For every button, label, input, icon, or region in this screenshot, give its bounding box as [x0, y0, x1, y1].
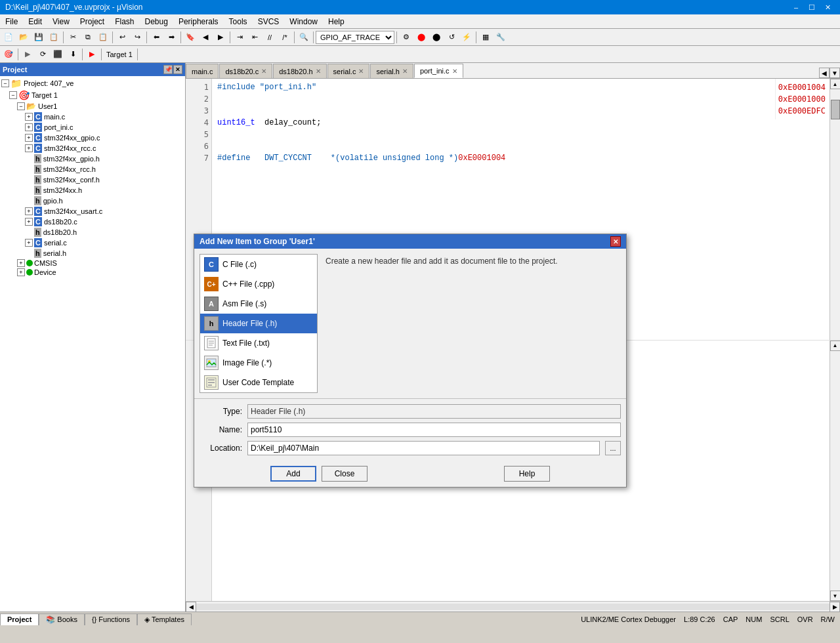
redo-button[interactable]: ↪	[130, 30, 144, 45]
tree-ds18-c[interactable]: + C ds18b20.c	[1, 217, 184, 227]
menu-debug[interactable]: Debug	[140, 14, 173, 28]
indent-button[interactable]: ⇥	[232, 30, 247, 45]
expand-rcc-c[interactable]: +	[25, 144, 33, 152]
scroll-thumb[interactable]	[831, 100, 840, 119]
undo-button[interactable]: ↩	[115, 30, 129, 45]
tab-ds18b20-h[interactable]: ds18b20.h ✕	[273, 64, 326, 78]
expand-user1[interactable]: −	[17, 102, 25, 110]
cut-button[interactable]: ✂	[66, 30, 80, 45]
list-item-asm[interactable]: A Asm File (.s)	[200, 294, 317, 314]
tree-gpio-h[interactable]: h stm32f4xx_gpio.h	[1, 154, 184, 164]
paste-button[interactable]: 📋	[96, 30, 110, 45]
gpio-combo[interactable]: GPIO_AF_TRACE	[316, 31, 394, 44]
rebuild-button[interactable]: ⟳	[35, 47, 50, 62]
expand-ds18-c[interactable]: +	[25, 218, 33, 226]
status-tab-functions[interactable]: {} Functions	[85, 613, 137, 625]
window-btn[interactable]: ▦	[478, 30, 493, 45]
tree-cmsis[interactable]: + CMSIS	[1, 259, 184, 268]
next-bookmark-button[interactable]: ▶	[213, 30, 228, 45]
close-button[interactable]: ✕	[820, 1, 835, 13]
uncomment-button[interactable]: /*	[278, 30, 292, 45]
tree-target1[interactable]: − 🎯 Target 1	[1, 89, 184, 101]
modal-add-button[interactable]: Add	[270, 466, 316, 482]
expand-device[interactable]: +	[17, 268, 25, 276]
unindent-button[interactable]: ⇤	[247, 30, 262, 45]
run-button[interactable]: ⬤	[414, 30, 429, 45]
menu-edit[interactable]: Edit	[23, 14, 47, 28]
tree-serial-h[interactable]: h serial.h	[1, 248, 184, 259]
tree-rcc-c[interactable]: + C stm32f4xx_rcc.c	[1, 143, 184, 154]
status-tab-books[interactable]: 📚 Books	[39, 613, 85, 625]
scrollbar-right-bottom[interactable]: ▲ ▼	[830, 341, 840, 602]
prev-bookmark-button[interactable]: ◀	[198, 30, 213, 45]
download-button[interactable]: ⬇	[66, 47, 80, 62]
power-button[interactable]: ⚡	[459, 30, 474, 45]
tab-main-c[interactable]: main.c	[186, 64, 219, 78]
tab-ds18b20-c-close[interactable]: ✕	[261, 68, 266, 75]
stop-build-button[interactable]: ⬛	[51, 47, 65, 62]
comment-button[interactable]: //	[262, 30, 277, 45]
menu-svcs[interactable]: SVCS	[253, 14, 285, 28]
tab-serial-h[interactable]: serial.h ✕	[370, 64, 413, 78]
nav-back-button[interactable]: ⬅	[149, 30, 163, 45]
settings-button[interactable]: 🔧	[494, 30, 508, 45]
menu-project[interactable]: Project	[75, 14, 110, 28]
menu-help[interactable]: Help	[323, 14, 350, 28]
modal-help-button[interactable]: Help	[504, 466, 550, 482]
scroll-right-btn[interactable]: ▶	[830, 602, 840, 612]
status-tab-templates[interactable]: ◈ Templates	[137, 613, 192, 625]
status-tab-project[interactable]: Project	[0, 613, 39, 625]
modal-close-button[interactable]: ✕	[610, 236, 621, 247]
list-item-h[interactable]: h Header File (.h)	[200, 314, 317, 333]
tree-conf-h[interactable]: h stm32f4xx_conf.h	[1, 175, 184, 185]
sidebar-pin-button[interactable]: 📌	[163, 65, 173, 74]
menu-view[interactable]: View	[47, 14, 75, 28]
modal-close-btn[interactable]: Close	[322, 466, 368, 482]
expand-port-ini[interactable]: +	[25, 123, 33, 131]
tab-port-ini-c-close[interactable]: ✕	[452, 68, 457, 75]
scroll-down-2[interactable]: ▼	[830, 591, 841, 601]
menu-flash[interactable]: Flash	[110, 14, 139, 28]
menu-peripherals[interactable]: Peripherals	[173, 14, 224, 28]
expand-main-c[interactable]: +	[25, 113, 33, 121]
debug-start-button[interactable]: ▶	[85, 47, 99, 62]
reset-button[interactable]: ↺	[444, 30, 459, 45]
tab-nav-left[interactable]: ◀	[819, 68, 830, 78]
scroll-left-btn[interactable]: ◀	[186, 602, 196, 612]
tree-project-root[interactable]: − 📁 Project: 407_ve	[1, 77, 184, 89]
scrollbar-right-top[interactable]: ▲	[830, 79, 840, 340]
list-item-cpp[interactable]: C+ C++ File (.cpp)	[200, 274, 317, 294]
tab-serial-c[interactable]: serial.c ✕	[327, 64, 370, 78]
tree-gpio-h2[interactable]: h gpio.h	[1, 196, 184, 206]
tree-user1[interactable]: − 📂 User1	[1, 101, 184, 112]
type-input[interactable]	[247, 404, 621, 419]
scroll-up[interactable]: ▲	[830, 79, 841, 89]
browse-button[interactable]: ...	[605, 441, 621, 455]
menu-file[interactable]: File	[0, 14, 23, 28]
name-input[interactable]	[247, 423, 621, 437]
bookmark-button[interactable]: 🔖	[183, 30, 198, 45]
tab-ds18b20-h-close[interactable]: ✕	[316, 68, 321, 75]
target-settings-button[interactable]: 🎯	[1, 47, 16, 62]
tree-main-c[interactable]: + C main.c	[1, 112, 184, 122]
list-item-c[interactable]: C C File (.c)	[200, 255, 317, 274]
list-item-txt[interactable]: Text File (.txt)	[200, 333, 317, 353]
find-button[interactable]: 🔍	[297, 30, 311, 45]
save-all-button[interactable]: 📋	[47, 30, 61, 45]
tree-port-ini-c[interactable]: + C port_ini.c	[1, 122, 184, 133]
maximize-button[interactable]: ☐	[805, 1, 819, 13]
sidebar-close-button[interactable]: ✕	[173, 65, 182, 74]
menu-window[interactable]: Window	[284, 14, 323, 28]
expand-serial-c[interactable]: +	[25, 239, 33, 247]
tree-device[interactable]: + Device	[1, 268, 184, 277]
filter-button[interactable]: ⚙	[399, 30, 413, 45]
tree-stm32-h[interactable]: h stm32f4xx.h	[1, 185, 184, 196]
copy-button[interactable]: ⧉	[81, 30, 95, 45]
build-button[interactable]: ▶	[20, 47, 35, 62]
expand-target1[interactable]: −	[9, 91, 17, 99]
expand-usart[interactable]: +	[25, 207, 33, 215]
menu-tools[interactable]: Tools	[224, 14, 253, 28]
location-input[interactable]	[247, 441, 600, 455]
tab-ds18b20-c[interactable]: ds18b20.c ✕	[219, 64, 272, 78]
stop-button[interactable]: ⬤	[429, 30, 444, 45]
